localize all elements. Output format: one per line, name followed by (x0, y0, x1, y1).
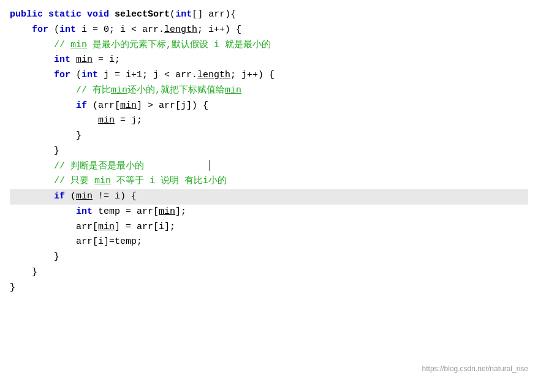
code-line-6: // 有比min还小的,就把下标赋值给min (10, 83, 528, 99)
keyword-int-i: int (59, 24, 76, 35)
code-line-4: int min = i; (10, 53, 528, 68)
comment-2: // 有比min还小的,就把下标赋值给min (76, 85, 241, 96)
method-name: selectSort (115, 9, 170, 20)
comment-1: // min 是最小的元素下标,默认假设 i 就是最小的 (54, 40, 271, 50)
keyword-for: for (32, 24, 48, 35)
code-line-9: } (10, 129, 528, 144)
code-line-2: for (int i = 0; i < arr.length; i++) { (10, 23, 528, 38)
code-line-17: } (10, 250, 528, 265)
code-line-13: if (min != i) { (10, 189, 528, 205)
code-line-1: public static void selectSort(int[] arr)… (10, 7, 528, 23)
code-line-14: int temp = arr[min]; (10, 205, 528, 220)
code-container: public static void selectSort(int[] arr)… (0, 0, 538, 380)
keyword-if: if (76, 100, 87, 111)
code-line-3: // min 是最小的元素下标,默认假设 i 就是最小的 (10, 38, 528, 53)
keyword-int-temp: int (76, 206, 93, 217)
code-line-18: } (10, 265, 528, 281)
keyword-int-arr: int (175, 9, 192, 20)
code-line-15: arr[min] = arr[i]; (10, 220, 528, 235)
keyword-void: void (87, 9, 109, 20)
code-line-7: if (arr[min] > arr[j]) { (10, 99, 528, 114)
keyword-if2: if (54, 191, 65, 202)
keyword-static: static (48, 9, 81, 20)
comment-3: // 判断是否是最小的 (54, 161, 144, 172)
keyword-for2: for (54, 70, 70, 80)
keyword-int-min: int (54, 55, 70, 65)
code-line-11: // 判断是否是最小的 ▏ (10, 159, 528, 175)
footer-url: https://blog.csdn.net/natural_rise (422, 363, 528, 375)
code-line-8: min = j; (10, 113, 528, 129)
code-line-19: } (10, 281, 528, 296)
keyword-int-j: int (81, 70, 98, 80)
comment-4: // 只要 min 不等于 i 说明 有比i小的 (54, 176, 227, 186)
keyword-public: public (10, 9, 43, 20)
code-line-10: } (10, 144, 528, 159)
code-line-12: // 只要 min 不等于 i 说明 有比i小的 (10, 174, 528, 189)
code-line-16: arr[i]=temp; (10, 235, 528, 250)
code-line-5: for (int j = i+1; j < arr.length; j++) { (10, 68, 528, 83)
